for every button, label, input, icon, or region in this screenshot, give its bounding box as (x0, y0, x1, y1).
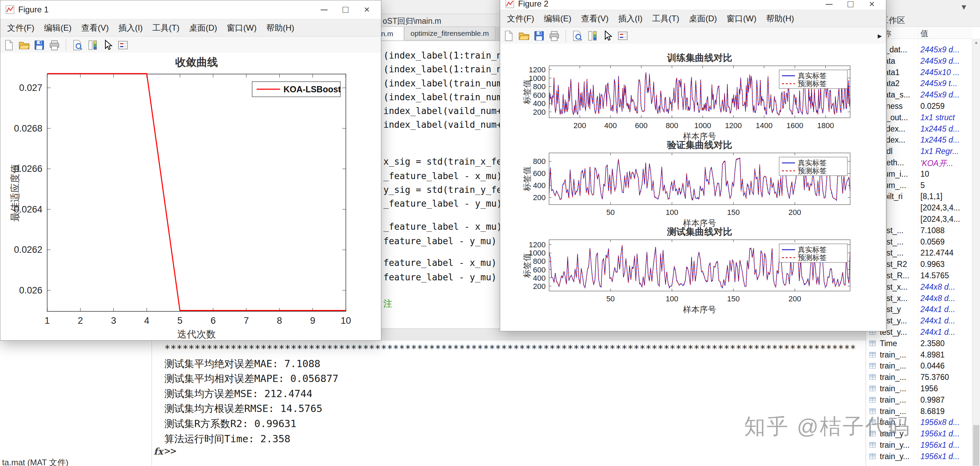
minimize-button[interactable]: ─ (818, 0, 840, 9)
column-header-value[interactable]: 值 (920, 28, 928, 39)
menu-item-help[interactable]: 帮助(H) (761, 13, 799, 24)
close-button[interactable]: × (356, 2, 377, 18)
variable-value: 0.0446 (920, 361, 945, 371)
variable-value: 244x1 d... (920, 305, 955, 314)
variable-icon (869, 385, 876, 392)
insert-legend-icon[interactable] (117, 39, 129, 51)
variable-value: 0.9987 (920, 395, 945, 405)
menu-item-file[interactable]: 文件(F) (2, 22, 39, 33)
menu-item-window[interactable]: 窗口(W) (722, 13, 761, 24)
variable-value: 212.4744 (920, 248, 953, 258)
close-button[interactable]: × (861, 0, 883, 9)
pointer-icon[interactable] (602, 30, 614, 42)
workspace-row[interactable]: train_...0.0446 (866, 360, 972, 372)
print-preview-icon[interactable] (571, 30, 583, 42)
matlab-figure-icon (5, 5, 15, 14)
menu-item-file[interactable]: 文件(F) (502, 13, 539, 24)
workspace-row[interactable]: train_...4.8981 (866, 349, 972, 361)
workspace-row[interactable]: Time2.3580 (866, 338, 972, 349)
insert-colorbar-icon[interactable] (87, 39, 99, 51)
selected-file-label: ta.mat (MAT 文件) (2, 457, 68, 466)
y-axis-label: 标签值 (522, 253, 531, 278)
x-tick-label: 5 (177, 315, 183, 326)
pointer-icon[interactable] (102, 39, 114, 51)
maximize-button[interactable]: □ (840, 0, 861, 9)
y-tick-label: 600 (533, 91, 546, 100)
figure1-titlebar: Figure 1 ─□× (0, 0, 381, 19)
menu-item-help[interactable]: 帮助(H) (261, 22, 299, 33)
variable-name: train_y... (880, 441, 910, 450)
minimize-button[interactable]: ─ (313, 2, 335, 18)
new-document-icon[interactable] (3, 39, 15, 51)
workspace-row[interactable]: train_...75.3760 (866, 372, 972, 383)
toolbar-separator (566, 30, 566, 42)
subplot-title: 训练集曲线对比 (667, 53, 732, 63)
command-window[interactable]: ****************************************… (152, 340, 865, 466)
code-line: feature_label - x_mu) ./ (383, 256, 513, 270)
ribbon-collapse-icon[interactable]: ▼ (960, 3, 967, 12)
open-folder-icon[interactable] (518, 30, 530, 42)
y-tick-label: 200 (533, 108, 546, 116)
insert-legend-icon[interactable] (617, 30, 628, 42)
variable-name: train_... (880, 384, 906, 393)
command-output-line: 测试集R方系数R2: 0.99631 (164, 417, 856, 431)
command-prompt[interactable]: >> (164, 445, 177, 457)
variable-value: 1956x1 d... (920, 429, 960, 439)
menu-item-window[interactable]: 窗口(W) (222, 22, 261, 33)
variable-name: train_y (880, 429, 904, 439)
workspace-row[interactable]: train_y...1956x1 d... (866, 451, 972, 462)
menu-item-view[interactable]: 查看(V) (576, 13, 614, 24)
menu-item-insert[interactable]: 插入(I) (114, 22, 148, 33)
variable-value: [2024,3,4... (920, 203, 960, 213)
menu-item-tools[interactable]: 工具(T) (647, 13, 684, 24)
workspace-row[interactable]: train_y...1956x1 d... (866, 439, 972, 451)
x-tick-label: 1200 (725, 121, 742, 130)
variable-name: train_... (880, 395, 906, 405)
menu-item-desktop[interactable]: 桌面(D) (184, 22, 222, 33)
variable-icon (869, 396, 876, 404)
code-line: _feature_label - x_mu) . (383, 220, 513, 234)
menu-item-edit[interactable]: 编辑(E) (39, 22, 76, 33)
print-preview-icon[interactable] (72, 39, 83, 51)
menu-item-view[interactable]: 查看(V) (76, 22, 114, 33)
x-tick-label: 1400 (756, 121, 773, 130)
legend-label: 预测标签 (798, 80, 827, 87)
menu-item-tools[interactable]: 工具(T) (148, 22, 184, 33)
figure1-plot-area: 123456789100.0260.02620.02640.02660.0268… (0, 53, 381, 340)
workspace-row[interactable]: train_...1956x8 d... (866, 417, 972, 428)
scrollbar-thumb[interactable] (973, 425, 979, 466)
variable-value: 2445x9 d... (920, 45, 960, 54)
workspace-row[interactable]: train_...0.9987 (866, 394, 972, 406)
menu-item-desktop[interactable]: 桌面(D) (684, 13, 722, 24)
variable-icon (869, 441, 876, 449)
save-icon[interactable] (33, 39, 45, 51)
maximize-button[interactable]: □ (335, 2, 356, 18)
workspace-row[interactable]: train_y1956x1 d... (866, 428, 972, 439)
print-icon[interactable] (548, 30, 560, 42)
x-tick-label: 400 (604, 121, 617, 130)
scroll-up-icon[interactable] (972, 38, 980, 46)
fx-icon: fx (154, 446, 163, 457)
legend-label: 预测标签 (798, 167, 827, 175)
new-document-icon[interactable] (503, 30, 515, 42)
code-comment-line: 注 (383, 297, 392, 310)
workspace-row[interactable]: train_...1956 (866, 383, 972, 394)
x-tick-label: 8 (277, 315, 282, 326)
workspace-scrollbar[interactable] (972, 38, 980, 466)
variable-value: 4.8981 (920, 350, 945, 359)
code-line: (index_label(1:train_num (383, 49, 513, 62)
variable-value: 1956x8 d... (920, 418, 960, 427)
print-icon[interactable] (49, 39, 60, 51)
open-folder-icon[interactable] (18, 39, 30, 51)
menu-item-edit[interactable]: 编辑(E) (539, 13, 576, 24)
workspace-row[interactable]: train_...8.6819 (866, 406, 972, 417)
command-output-line: 测试集平均绝对误差MAE: 7.1088 (164, 356, 856, 372)
matlab-figure-icon (505, 0, 515, 9)
toolbar-separator (66, 39, 66, 51)
toolbar-overflow-icon[interactable] (878, 31, 882, 41)
y-axis-label: 标签值 (522, 80, 531, 105)
save-icon[interactable] (533, 30, 545, 42)
insert-colorbar-icon[interactable] (587, 30, 598, 42)
variable-icon (869, 340, 876, 347)
menu-item-insert[interactable]: 插入(I) (614, 13, 648, 24)
